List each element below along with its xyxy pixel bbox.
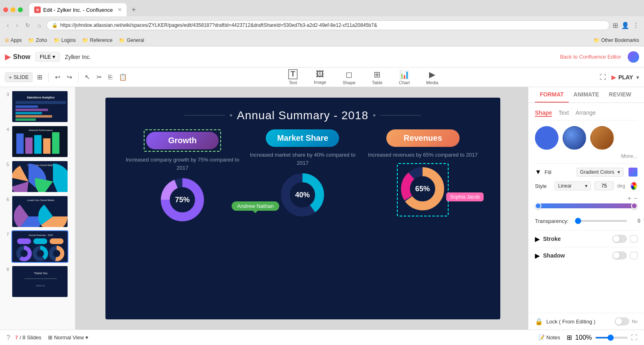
tab-shape[interactable]: Shape xyxy=(535,109,552,117)
tab-text[interactable]: Text xyxy=(559,109,569,117)
add-slide-button[interactable]: + SLIDE xyxy=(5,72,33,82)
media-tool[interactable]: ▶ Media xyxy=(422,68,442,87)
slide-8[interactable]: 8 Thank You Zylker Inc. xyxy=(3,265,72,298)
user-btn[interactable]: 👤 xyxy=(621,22,629,29)
text-tool[interactable]: T Text xyxy=(284,68,302,87)
bookmark-apps[interactable]: ⊞ Apps xyxy=(5,37,22,43)
fill-type-dropdown[interactable]: Gradient Colors ▾ xyxy=(576,168,624,177)
bookmark-general-label: General xyxy=(127,37,144,43)
layout-button[interactable]: ⊞ xyxy=(35,72,44,82)
bookmark-zoho[interactable]: 📁 Zoho xyxy=(28,37,47,43)
stroke-toggle-knob xyxy=(613,236,620,242)
file-button[interactable]: FILE ▾ xyxy=(35,52,60,61)
slide-img-3[interactable]: Salesforce Analytics xyxy=(11,90,68,123)
stroke-checkbox[interactable] xyxy=(630,235,637,242)
help-button[interactable]: ? xyxy=(7,334,10,341)
minimize-traffic-light[interactable] xyxy=(11,7,15,12)
app-toolbar: ▶ Show FILE ▾ Zylker Inc. Back to Conflu… xyxy=(0,46,644,68)
cut-button[interactable]: ✂ xyxy=(94,72,104,82)
copy-button[interactable]: ⎘ xyxy=(106,72,114,82)
degree-input[interactable] xyxy=(594,181,614,190)
image-icon: 🖼 xyxy=(316,70,324,79)
tab-favicon: ✕ xyxy=(34,7,41,13)
maximize-traffic-light[interactable] xyxy=(18,7,23,12)
tab-format[interactable]: FORMAT xyxy=(535,87,569,103)
fill-color-preview[interactable] xyxy=(629,168,637,177)
bookmark-general[interactable]: 📁 General xyxy=(119,37,144,43)
notes-icon: 📝 xyxy=(538,334,545,341)
pointer-button[interactable]: ↖ xyxy=(83,72,92,82)
slide-img-4[interactable]: Adwords Performance xyxy=(11,125,68,158)
table-tool[interactable]: ⊞ Table xyxy=(368,68,386,87)
home-button[interactable]: ⌂ xyxy=(35,21,43,29)
tab-close-btn[interactable]: ✕ xyxy=(118,7,122,13)
expand-button[interactable]: ▾ xyxy=(636,74,639,81)
chart-tool[interactable]: 📊 Chart xyxy=(395,68,414,87)
show-button[interactable]: ▶ Show xyxy=(5,52,31,61)
new-tab-button[interactable]: + xyxy=(128,6,139,14)
slide-img-5[interactable]: Leads from Social Media xyxy=(11,160,68,193)
swatch-blue[interactable] xyxy=(535,126,559,150)
tab-review[interactable]: REVIEW xyxy=(604,87,636,103)
image-label: Image xyxy=(314,80,326,85)
tab-arrange[interactable]: Arrange xyxy=(576,109,596,117)
forward-button[interactable]: › xyxy=(14,21,20,29)
bookmark-reference[interactable]: 📁 Reference xyxy=(82,37,112,43)
toolbar-right: ⛶ ▶ PLAY ▾ xyxy=(598,72,639,82)
redo-button[interactable]: ↪ xyxy=(65,72,74,82)
shadow-checkbox[interactable] xyxy=(630,252,637,259)
view-selector[interactable]: ⊞ Normal View ▾ xyxy=(48,334,88,341)
slide-5[interactable]: 5 Leads from Social Media xyxy=(3,160,72,193)
active-tab[interactable]: ✕ Edit - Zylker Inc. - Confluence ✕ xyxy=(29,3,127,16)
bookmark-logins[interactable]: 📁 Logins xyxy=(54,37,76,43)
table-label: Table xyxy=(372,80,382,85)
slide-current: 7 xyxy=(15,334,18,341)
shadow-section: ▶ Shadow xyxy=(535,247,637,264)
slide-7[interactable]: 7 Annual Summary - 2018 xyxy=(3,230,72,263)
close-traffic-light[interactable] xyxy=(3,7,8,12)
undo-button[interactable]: ↩ xyxy=(53,72,62,82)
gradient-remove-btn[interactable]: − xyxy=(634,195,637,202)
gradient-stop-right[interactable] xyxy=(631,203,637,209)
slide-4[interactable]: 4 Adwords Performance xyxy=(3,125,72,158)
svg-rect-4 xyxy=(15,109,48,111)
fill-type-label: Gradient Colors xyxy=(580,169,614,175)
shape-tool[interactable]: ◻ Shape xyxy=(339,68,360,87)
other-bookmarks-label: Other Bookmarks xyxy=(601,37,639,43)
transparency-slider[interactable] xyxy=(575,220,627,222)
stroke-toggle[interactable] xyxy=(612,235,627,243)
gradient-stop-left[interactable] xyxy=(535,203,541,209)
fullscreen-icon-btn[interactable]: ⛶ xyxy=(598,72,608,82)
swatch-blue-gradient[interactable] xyxy=(563,126,586,150)
back-to-editor-link[interactable]: Back to Confluence Editor xyxy=(560,51,639,63)
style-dropdown[interactable]: Linear ▾ xyxy=(554,181,591,190)
refresh-button[interactable]: ↻ xyxy=(23,21,32,29)
shadow-toggle-knob xyxy=(613,252,620,259)
file-chevron: ▾ xyxy=(53,54,55,60)
gradient-add-btn[interactable]: + xyxy=(627,195,631,202)
slide-6[interactable]: 6 Leads from Social Media xyxy=(3,195,72,228)
image-tool[interactable]: 🖼 Image xyxy=(310,68,331,86)
tab-animate[interactable]: ANIMATE xyxy=(569,87,604,103)
color-wheel[interactable] xyxy=(630,181,637,190)
back-button[interactable]: ‹ xyxy=(5,21,11,29)
shadow-toggle[interactable] xyxy=(612,251,627,260)
other-bookmarks[interactable]: 📁 Other Bookmarks xyxy=(594,37,639,43)
address-text: https://johndoe.atlassian.net/wiki/space… xyxy=(60,22,377,28)
fullscreen-button[interactable]: ⛶ xyxy=(631,334,637,341)
slide-img-7[interactable]: Annual Summary - 2018 xyxy=(11,230,68,263)
lock-toggle-btn[interactable] xyxy=(615,317,629,325)
zoom-slider[interactable] xyxy=(595,337,628,338)
slide-img-8[interactable]: Thank You Zylker Inc. xyxy=(11,265,68,298)
address-bar[interactable]: 🔒 https://johndoe.atlassian.net/wiki/spa… xyxy=(46,20,609,30)
cards-container: Growth Increased company growth by 75% c… xyxy=(105,122,500,224)
notes-button[interactable]: 📝 Notes xyxy=(538,334,560,341)
slide-3[interactable]: 3 Salesforce Analytics xyxy=(3,90,72,123)
play-button[interactable]: ▶ PLAY xyxy=(611,74,633,81)
extensions-btn[interactable]: ⊞ xyxy=(613,22,618,29)
slide-img-6[interactable]: Leads from Social Media xyxy=(11,195,68,228)
swatch-wood[interactable] xyxy=(590,126,614,150)
more-link[interactable]: More... xyxy=(535,153,637,159)
paste-button[interactable]: 📋 xyxy=(117,72,129,82)
menu-btn[interactable]: ⋮ xyxy=(633,22,639,29)
